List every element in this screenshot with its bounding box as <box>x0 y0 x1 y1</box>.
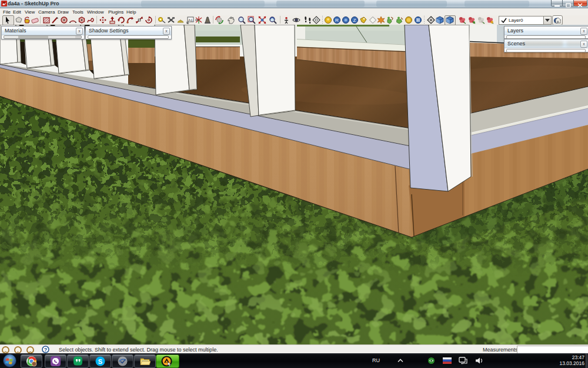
svg-text:Z: Z <box>353 18 356 23</box>
svg-text:A1: A1 <box>188 18 193 22</box>
svg-text:S: S <box>98 358 102 365</box>
svg-text:?: ? <box>44 347 48 353</box>
svg-text:R: R <box>335 18 339 23</box>
